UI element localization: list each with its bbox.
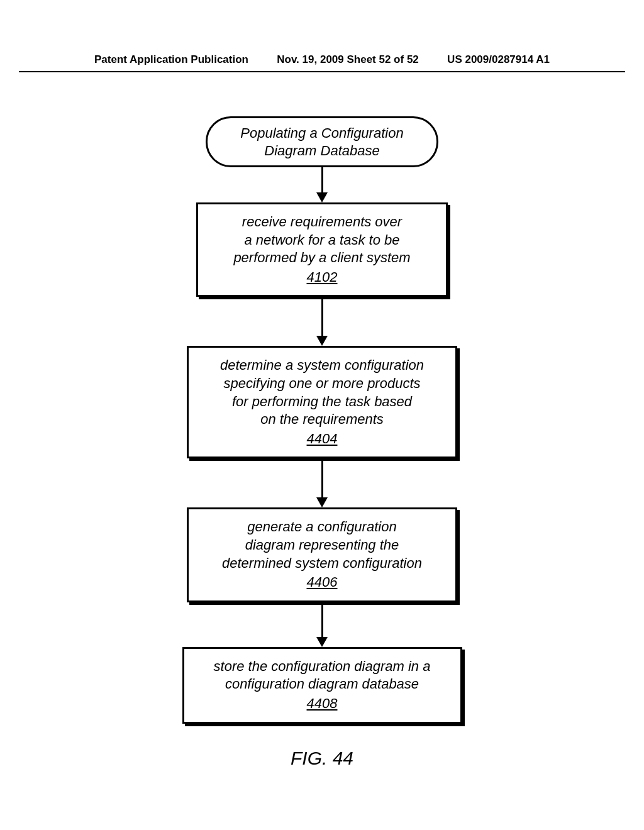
flowchart-arrow [316,297,328,346]
step3-line3: determined system configuration [222,555,422,571]
step1-line2: a network for a task to be [244,232,399,248]
flowchart-step-2: determine a system configuration specify… [187,346,457,458]
arrow-head-icon [316,336,328,346]
flowchart-container: Populating a Configuration Diagram Datab… [0,72,644,769]
step2-line2: specifying one or more products [223,375,420,391]
flowchart-arrow [316,458,328,507]
flowchart-step-3: generate a configuration diagram represe… [187,507,457,602]
step3-line1: generate a configuration [247,519,396,534]
page-header: Patent Application Publication Nov. 19, … [19,0,625,72]
step2-line4: on the requirements [260,411,384,427]
step2-line1: determine a system configuration [220,357,424,373]
step2-line3: for performing the task based [232,394,412,409]
arrow-head-icon [316,497,328,507]
arrow-head-icon [316,192,328,202]
flowchart-terminal: Populating a Configuration Diagram Datab… [206,116,438,167]
flowchart-step-1: receive requirements over a network for … [196,202,448,297]
step3-ref: 4406 [201,573,443,592]
arrow-head-icon [316,637,328,647]
step1-line3: performed by a client system [233,250,410,265]
step4-line1: store the configuration diagram in a [214,658,431,674]
step3-line2: diagram representing the [245,537,399,553]
arrow-line [321,602,323,637]
flowchart-arrow [316,602,328,647]
terminal-line1: Populating a Configuration [240,125,403,141]
header-center-text: Nov. 19, 2009 Sheet 52 of 52 [277,53,419,66]
arrow-line [321,458,323,497]
terminal-line2: Diagram Database [264,143,379,158]
step2-ref: 4404 [201,430,443,448]
arrow-line [321,297,323,336]
arrow-line [321,167,323,192]
step4-line2: configuration diagram database [225,676,419,692]
figure-caption: FIG. 44 [291,748,353,769]
flowchart-arrow [316,167,328,202]
step4-ref: 4408 [197,695,448,713]
header-right-text: US 2009/0287914 A1 [447,53,550,66]
flowchart-step-4: store the configuration diagram in a con… [182,647,462,724]
step1-ref: 4102 [211,268,433,287]
header-left-text: Patent Application Publication [94,53,248,66]
step1-line1: receive requirements over [242,214,402,230]
